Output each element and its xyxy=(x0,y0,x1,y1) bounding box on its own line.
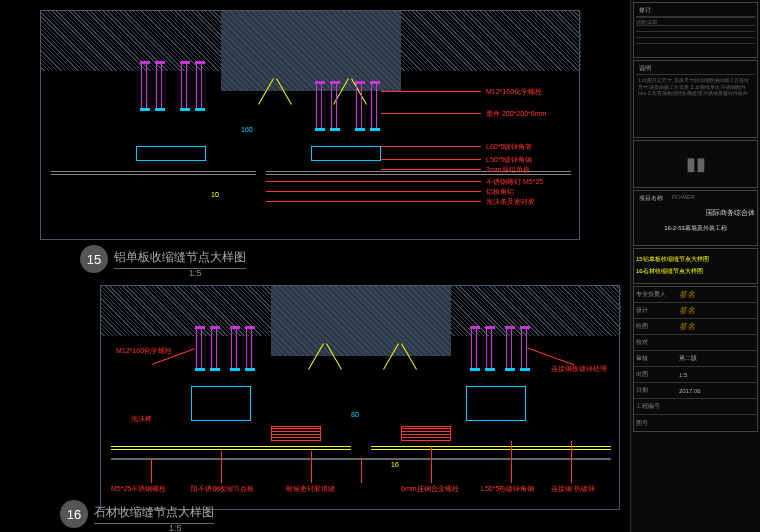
bolt xyxy=(331,81,337,131)
stone-bracket xyxy=(271,426,321,441)
callout: 墨件 200*200*8mm xyxy=(486,109,546,119)
bolt xyxy=(371,81,377,131)
bolt xyxy=(246,326,252,371)
stone-panel xyxy=(111,446,351,450)
signature: 签名 xyxy=(679,289,695,300)
row-label: 出图 xyxy=(634,370,679,379)
company-logo: ▮▮ xyxy=(686,153,706,175)
bolt xyxy=(196,326,202,371)
rev-columns: 说明 日期 xyxy=(636,17,755,25)
callout: L50*5镀锌角钢 xyxy=(486,155,532,165)
callout: L60*5镀锌角管 xyxy=(486,142,532,152)
leader xyxy=(381,146,481,147)
bolt xyxy=(471,326,477,371)
leader xyxy=(361,458,362,483)
row-label: 图号 xyxy=(634,419,679,428)
leader xyxy=(266,181,481,182)
detail-title-text: 石材收缩缝节点大样图 xyxy=(94,504,214,524)
concrete-hatch xyxy=(41,11,221,71)
row-label: 工程编号 xyxy=(634,402,679,411)
callout: 铝板角铝 xyxy=(486,187,514,197)
callout: 连接钢 热镀锌 xyxy=(551,484,595,494)
drawing-title-block: 15铝单板收缩缝节点大样图 16石材收缩缝节点大样图 xyxy=(633,248,758,284)
callout: 3mm厚铝单板 xyxy=(486,165,530,175)
row-value: 1:5 xyxy=(679,372,687,378)
callout: 泡沫棒 xyxy=(131,414,152,424)
row-label: 日期 xyxy=(634,386,679,395)
callout: 连接钢板镀锌处理 xyxy=(551,364,607,374)
steel-profile xyxy=(191,386,251,421)
callout: L50*5热镀锌角钢 xyxy=(481,484,534,494)
bolt xyxy=(196,61,202,111)
signature-rows: 专业负责人 签名 设计 签名 绘图 签名 校对 审核 第二版 出图 1:5 日期… xyxy=(633,286,758,432)
dwg-title-2: 16石材收缩缝节点大样图 xyxy=(636,267,755,276)
bolt xyxy=(211,326,217,371)
notes-text: 1.此图只记尺寸,具体尺寸的详细数据由施工方核对 尺寸,误差由施工方负责 2.本… xyxy=(636,75,755,99)
leader xyxy=(221,451,222,483)
project-code: 16-2-53幕墙及外装工程 xyxy=(636,224,755,233)
revision-header: 修订 xyxy=(636,5,755,17)
bolt xyxy=(521,326,527,371)
row-label: 设计 xyxy=(634,306,679,315)
titleblock: 修订 说明 日期 说明 1.此图只记尺寸,具体尺寸的详细数据由施工方核对 尺寸,… xyxy=(630,0,760,532)
leader xyxy=(266,191,481,192)
callout: 泡沫条及密封胶 xyxy=(486,197,535,207)
concrete-hatch xyxy=(401,11,581,71)
project-label: 项目名称 xyxy=(636,193,666,204)
dim-horizontal: 80 xyxy=(351,411,359,418)
column-hatch xyxy=(221,11,401,91)
revision-block: 修订 说明 日期 xyxy=(633,2,758,58)
logo-block: ▮▮ xyxy=(633,140,758,188)
callout: 不锈钢螺钉 M5*25 xyxy=(486,177,543,187)
steel-profile xyxy=(311,146,381,161)
panel-line xyxy=(51,171,256,175)
row-label: 专业负责人 xyxy=(634,290,679,299)
project-title: 国际商务综合体 xyxy=(636,208,755,218)
leader xyxy=(571,441,572,483)
detail-number: 15 xyxy=(80,245,108,273)
steel-profile xyxy=(466,386,526,421)
detail-15-title: 15 铝单板收缩缝节点大样图 xyxy=(80,245,246,273)
callout: 耐候密封胶填缝 xyxy=(286,484,335,494)
row-label: 审核 xyxy=(634,354,679,363)
stone-panel xyxy=(371,446,611,450)
detail-16-scale: 1:5 xyxy=(169,523,182,532)
leader xyxy=(381,113,481,114)
detail-number: 16 xyxy=(60,500,88,528)
signature: 签名 xyxy=(679,305,695,316)
leader xyxy=(381,91,481,92)
detail-15-scale: 1:5 xyxy=(189,268,202,278)
notes-title: 说明 xyxy=(636,63,755,75)
row-label: 绘图 xyxy=(634,322,679,331)
callout: M5*25不锈钢螺栓 xyxy=(111,484,166,494)
bolt xyxy=(486,326,492,371)
callout: 阻不锈钢收缩节点板 xyxy=(191,484,254,494)
bolt xyxy=(356,81,362,131)
row-value: 2017.06 xyxy=(679,388,701,394)
leader xyxy=(431,446,432,483)
callout: 6mm挂钢合金螺栓 xyxy=(401,484,459,494)
detail-16-frame: 80 16 M12*160化学螺栓 连接钢板镀锌处理 泡沫棒 M5*25不锈钢螺… xyxy=(100,285,620,510)
bolt xyxy=(231,326,237,371)
leader xyxy=(381,169,481,170)
row-value: 第二版 xyxy=(679,354,697,363)
detail-title-text: 铝单板收缩缝节点大样图 xyxy=(114,249,246,269)
drawing-area: 160 10 M12*160化学螺栓 墨件 200*200*8mm L60*5镀… xyxy=(0,0,630,532)
row-label: 校对 xyxy=(634,338,679,347)
bolt xyxy=(181,61,187,111)
leader xyxy=(151,458,152,483)
callout: M12*160化学螺栓 xyxy=(116,346,172,356)
dwg-title-1: 15铝单板收缩缝节点大样图 xyxy=(636,255,755,264)
detail-15-frame: 160 10 M12*160化学螺栓 墨件 200*200*8mm L60*5镀… xyxy=(40,10,580,240)
leader xyxy=(511,441,512,483)
signature: 签名 xyxy=(679,321,695,332)
bolt xyxy=(156,61,162,111)
leader xyxy=(527,347,574,365)
column-hatch xyxy=(271,286,451,356)
callout: M12*160化学螺栓 xyxy=(486,87,542,97)
notes-block: 说明 1.此图只记尺寸,具体尺寸的详细数据由施工方核对 尺寸,误差由施工方负责 … xyxy=(633,60,758,138)
bolt xyxy=(506,326,512,371)
project-name: POWER xyxy=(669,193,698,204)
bolt xyxy=(316,81,322,131)
stone-bracket xyxy=(401,426,451,441)
